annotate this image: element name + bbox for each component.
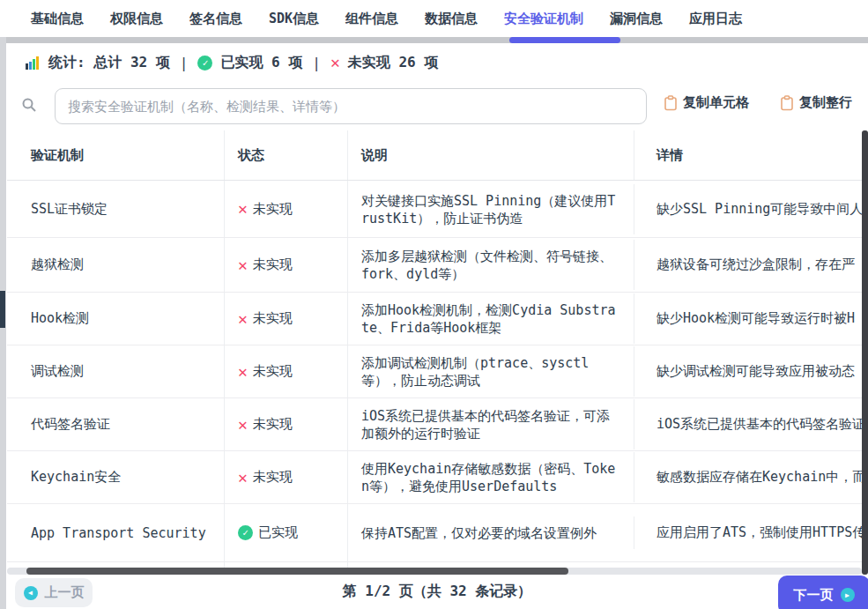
pagination-bar: ◀ 上一页 第 1/2 页（共 32 条记录） 下一页 ▶ <box>6 575 868 609</box>
status-label: 未实现 <box>253 201 293 218</box>
next-page-button[interactable]: 下一页 ▶ <box>778 576 868 609</box>
table-row[interactable]: Hook检测 ✕ 未实现 添加Hook检测机制，检测Cydia Substrat… <box>7 293 868 345</box>
status-cell: ✕ 未实现 <box>225 181 348 237</box>
x-icon: ✕ <box>238 470 248 486</box>
search-toolbar: 复制单元格 复制整行 <box>0 86 868 129</box>
tab-7[interactable]: 安全验证机制 <box>504 11 583 27</box>
vertical-scrollbar-thumb[interactable] <box>862 130 868 575</box>
check-circle-icon: ✓ <box>197 56 212 71</box>
status-label: 未实现 <box>253 310 293 327</box>
clipboard-icon <box>664 95 678 111</box>
x-icon: ✕ <box>330 55 340 71</box>
table-row[interactable]: 调试检测 ✕ 未实现 添加调试检测机制（ptrace、sysctl等），防止动态… <box>7 345 868 398</box>
status-cell: ✓ 已实现 <box>225 504 348 561</box>
detail-cell: 敏感数据应存储在Keychain中，而 <box>634 451 868 503</box>
check-circle-icon: ✓ <box>238 525 253 540</box>
mechanism-name: 调试检测 <box>7 345 225 397</box>
description-cell: 添加多层越狱检测（文件检测、符号链接、fork、dyld等） <box>348 240 634 290</box>
column-header-status: 状态 <box>225 130 348 180</box>
tab-8[interactable]: 漏洞信息 <box>610 11 663 27</box>
detail-cell: 越狱设备可绕过沙盒限制，存在严 <box>634 238 868 292</box>
search-icon <box>21 97 37 113</box>
tab-scrollbar-track <box>6 37 868 43</box>
tab-3[interactable]: 签名信息 <box>189 11 242 27</box>
copy-row-label: 复制整行 <box>799 94 852 111</box>
table-row[interactable]: 越狱检测 ✕ 未实现 添加多层越狱检测（文件检测、符号链接、fork、dyld等… <box>7 238 868 293</box>
description-cell: 保持ATS配置，仅对必要的域名设置例外 <box>348 516 634 549</box>
status-cell: ✕ 未实现 <box>225 293 348 345</box>
detail-cell: 缺少Hook检测可能导致运行时被H <box>634 293 868 345</box>
stats-divider: | <box>178 55 190 71</box>
copy-cell-label: 复制单元格 <box>683 94 749 111</box>
detail-cell: 应用启用了ATS，强制使用HTTPS传 <box>634 504 868 561</box>
status-cell: ✕ 未实现 <box>225 398 348 450</box>
copy-cell-button[interactable]: 复制单元格 <box>664 94 749 111</box>
description-cell: 对关键接口实施SSL Pinning（建议使用TrustKit），防止证书伪造 <box>348 184 634 234</box>
table-row[interactable]: App Transport Security ✓ 已实现 保持ATS配置，仅对必… <box>7 504 868 562</box>
column-header-mechanism: 验证机制 <box>7 130 225 180</box>
description-cell: 使用Keychain存储敏感数据（密码、Token等），避免使用UserDefa… <box>348 452 634 502</box>
page-info: 第 1/2 页（共 32 条记录） <box>6 583 868 601</box>
status-label: 未实现 <box>253 256 293 273</box>
stats-bar: 统计: 总计 32 项 | ✓ 已实现 6 项 | ✕ 未实现 26 项 <box>25 49 438 76</box>
mechanism-name: App Transport Security <box>7 504 225 561</box>
table-row[interactable]: Keychain安全 ✕ 未实现 使用Keychain存储敏感数据（密码、Tok… <box>7 451 868 504</box>
detail-cell: iOS系统已提供基本的代码签名验证 <box>634 398 868 450</box>
active-tab-indicator <box>509 37 620 43</box>
left-scrollbar-thumb[interactable] <box>0 291 5 328</box>
column-header-detail: 详情 <box>634 130 868 180</box>
status-label: 未实现 <box>253 416 293 433</box>
tab-5[interactable]: 组件信息 <box>345 11 398 27</box>
mechanism-name: Hook检测 <box>7 293 225 345</box>
status-label: 已实现 <box>258 524 298 541</box>
column-header-description: 说明 <box>348 130 634 180</box>
clipboard-icon <box>780 95 794 111</box>
stats-not-implemented: 未实现 26 项 <box>348 54 439 72</box>
x-icon: ✕ <box>238 417 248 433</box>
description-cell: iOS系统已提供基本的代码签名验证，可添加额外的运行时验证 <box>348 399 634 449</box>
status-label: 未实现 <box>253 363 293 380</box>
copy-row-button[interactable]: 复制整行 <box>780 94 852 111</box>
x-icon: ✕ <box>238 257 248 273</box>
x-icon: ✕ <box>238 364 248 380</box>
table-body: SSL证书锁定 ✕ 未实现 对关键接口实施SSL Pinning（建议使用Tru… <box>7 181 868 575</box>
mechanism-name: SSL证书锁定 <box>7 181 225 237</box>
horizontal-scrollbar-thumb[interactable] <box>26 568 568 575</box>
description-cell: 添加调试检测机制（ptrace、sysctl等），防止动态调试 <box>348 346 634 397</box>
status-cell: ✕ 未实现 <box>225 238 348 292</box>
status-label: 未实现 <box>253 469 293 486</box>
verification-table: 验证机制 状态 说明 详情 SSL证书锁定 ✕ 未实现 对关键接口实施SSL P… <box>7 130 868 575</box>
security-verification-page: 基础信息权限信息签名信息SDK信息组件信息数据信息安全验证机制漏洞信息应用日志 … <box>0 0 868 609</box>
table-row[interactable]: 代码签名验证 ✕ 未实现 iOS系统已提供基本的代码签名验证，可添加额外的运行时… <box>7 398 868 451</box>
stats-divider: | <box>310 55 323 71</box>
bar-chart-icon <box>25 55 41 71</box>
tab-1[interactable]: 基础信息 <box>31 11 84 27</box>
next-page-label: 下一页 <box>794 587 834 604</box>
tab-4[interactable]: SDK信息 <box>269 11 319 27</box>
mechanism-name: 代码签名验证 <box>7 398 225 450</box>
next-arrow-icon: ▶ <box>841 588 855 602</box>
stats-total: 统计: 总计 32 项 <box>48 54 170 72</box>
mechanism-name: Keychain安全 <box>7 451 225 503</box>
status-cell: ✕ 未实现 <box>225 451 348 503</box>
x-icon: ✕ <box>238 201 248 217</box>
detail-cell: 缺少调试检测可能导致应用被动态 <box>634 345 868 397</box>
stats-implemented: 已实现 6 项 <box>220 54 302 72</box>
tab-bar: 基础信息权限信息签名信息SDK信息组件信息数据信息安全验证机制漏洞信息应用日志 <box>0 0 868 37</box>
table-header: 验证机制 状态 说明 详情 <box>7 130 868 181</box>
tab-2[interactable]: 权限信息 <box>110 11 163 27</box>
description-cell: 添加Hook检测机制，检测Cydia Substrate、Frida等Hook框… <box>348 293 634 344</box>
search-input[interactable] <box>55 88 647 124</box>
detail-cell: 缺少SSL Pinning可能导致中间人 <box>634 181 868 237</box>
tab-6[interactable]: 数据信息 <box>425 11 478 27</box>
status-cell: ✕ 未实现 <box>225 345 348 397</box>
mechanism-name: 越狱检测 <box>7 238 225 292</box>
table-row[interactable]: SSL证书锁定 ✕ 未实现 对关键接口实施SSL Pinning（建议使用Tru… <box>7 181 868 238</box>
tab-9[interactable]: 应用日志 <box>689 11 742 27</box>
x-icon: ✕ <box>238 311 248 327</box>
